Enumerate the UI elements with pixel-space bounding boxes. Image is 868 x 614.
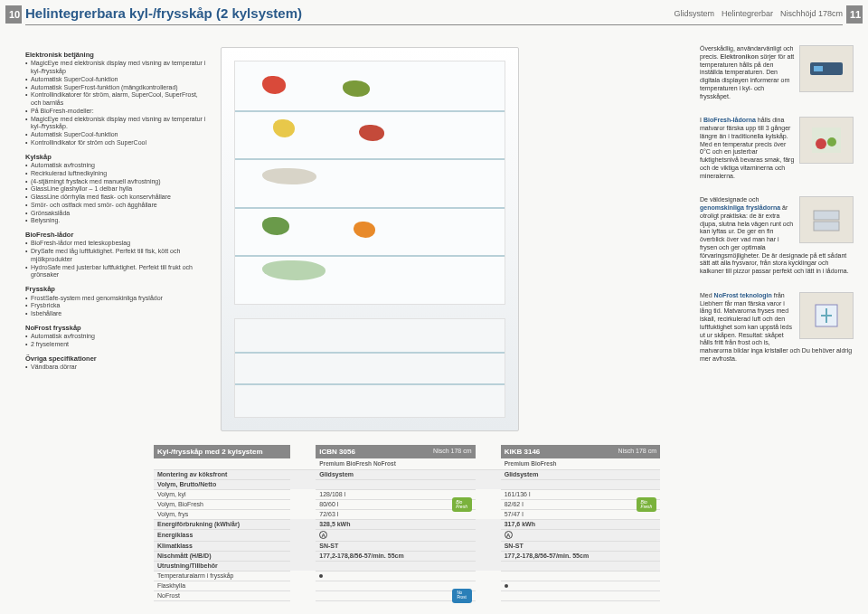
- info-column: Överskådlig, användarvänligt och precis.…: [700, 45, 854, 380]
- feature-list: Automatisk avfrostning2 fryselement: [25, 333, 206, 349]
- feature-item: 2 fryselement: [25, 341, 206, 349]
- page-number-right: 11: [846, 5, 863, 24]
- feature-item: Vändbara dörrar: [25, 364, 206, 372]
- tag: Glidsystem: [674, 9, 714, 18]
- feature-item: Frysbricka: [25, 302, 206, 310]
- freezer-compartment: [234, 318, 505, 418]
- nofrost-photo: [799, 292, 854, 339]
- spec-table: Kyl-/frysskåp med 2 kylsystem ICBN 3056N…: [154, 445, 660, 601]
- spec-value: Glidsystem: [316, 469, 475, 479]
- spec-value: [316, 479, 475, 489]
- table-row: Volym, frys72/63 l57/47 l: [154, 509, 660, 519]
- feature-item: GlassLine dörrhylla med flask- och konse…: [25, 194, 206, 202]
- spec-value: SN-ST: [316, 541, 475, 551]
- table-header-group: Kyl-/frysskåp med 2 kylsystem: [154, 445, 290, 458]
- spec-value: [501, 581, 660, 590]
- section-heading: NoFrost frysskåp: [25, 324, 206, 332]
- feature-item: Automatisk SuperCool-funktion: [25, 76, 206, 84]
- feature-item: Kontrollindikatorer för ström, alarm, Su…: [25, 91, 206, 108]
- nofrost-badge: NoFrost: [452, 589, 472, 603]
- spec-value: 177,2-178,8/56-57/min. 55cm: [316, 551, 475, 561]
- biofresh-photo: [799, 117, 854, 164]
- spec-value: [501, 479, 660, 489]
- table-row: Flaskhylla: [154, 581, 660, 590]
- feature-item: Automatisk SuperFrost-funktion (mängdkon…: [25, 84, 206, 92]
- svg-point-4: [827, 137, 836, 146]
- spec-value: A: [316, 529, 475, 541]
- feature-item: FrostSafe-system med genomskinliga frysl…: [25, 295, 206, 303]
- spec-label: Temperaturalarm i frysskåp: [154, 571, 290, 581]
- table-row: Utrustning/Tillbehör: [154, 561, 660, 571]
- table-header-product: ICBN 3056Nisch 178 cm: [316, 445, 475, 458]
- svg-rect-2: [812, 128, 841, 153]
- svg-rect-5: [814, 211, 839, 220]
- spec-value: [501, 571, 660, 581]
- features-column: Elektronisk betjäning MagicEye med elekt…: [25, 45, 206, 372]
- spec-label: Klimatklass: [154, 541, 290, 551]
- table-row: Energiförbrukning (kWh/år)328,5 kWh317,6…: [154, 519, 660, 529]
- spec-value: 57/47 l: [501, 509, 660, 519]
- feature-item: DrySafe med låg luftfuktighet. Perfekt t…: [25, 248, 206, 264]
- tag: Helintegrerbar: [722, 9, 773, 18]
- table-row: Volym, Brutto/Netto: [154, 479, 660, 489]
- spec-label: Energiklass: [154, 529, 290, 541]
- feature-list: MagicEye med elektronisk display med vis…: [25, 60, 206, 146]
- spec-value: [501, 590, 660, 600]
- spec-label: Utrustning/Tillbehör: [154, 561, 290, 571]
- feature-item: Isbehållare: [25, 310, 206, 318]
- spec-value: Glidsystem: [501, 469, 660, 479]
- product-photo: [221, 47, 519, 431]
- table-row: Volym, kyl128/108 l161/136 l: [154, 489, 660, 499]
- feature-item: (4-stjärningt frysfack med manuell avfro…: [25, 178, 206, 186]
- spec-label: Nischmått (H/B/D): [154, 551, 290, 561]
- feature-item: MagicEye med elektronisk display med vis…: [25, 116, 206, 132]
- spec-label: Volym, frys: [154, 509, 290, 519]
- table-row: EnergiklassAA: [154, 529, 660, 541]
- section-heading: Elektronisk betjäning: [25, 51, 206, 59]
- spec-label: Volym, BioFresh: [154, 499, 290, 509]
- feature-item: Recirkulerad luftnedkylning: [25, 170, 206, 178]
- section-heading: BioFresh-lådor: [25, 231, 206, 239]
- spec-value: [316, 571, 475, 581]
- spec-value: 72/63 l: [316, 509, 475, 519]
- display-photo: [799, 45, 854, 92]
- svg-point-3: [816, 138, 826, 149]
- product-subhead: Premium BioFresh: [501, 458, 660, 469]
- table-row: Nischmått (H/B/D)177,2-178,8/56-57/min. …: [154, 551, 660, 561]
- spec-label: Montering av köksfront: [154, 469, 290, 479]
- table-row: Temperaturalarm i frysskåp: [154, 571, 660, 581]
- section-heading: Övriga specifikationer: [25, 354, 206, 363]
- spec-label: Volym, kyl: [154, 489, 290, 499]
- svg-rect-6: [814, 222, 839, 231]
- feature-item: Kontrollindikator för ström och SuperCoo…: [25, 139, 206, 147]
- feature-item: MagicEye med elektronisk display med vis…: [25, 60, 206, 76]
- table-row: Montering av köksfrontGlidsystemGlidsyst…: [154, 469, 660, 479]
- feature-item: På BioFresh-modeller:: [25, 108, 206, 116]
- section-heading: Kylskåp: [25, 153, 206, 161]
- spec-label: NoFrost: [154, 590, 290, 600]
- spec-value: 80/60 lBioFresh: [316, 499, 475, 509]
- feature-item: HydroSafe med justerbar luftfuktighet. P…: [25, 264, 206, 280]
- page-header: Helintegrerbara kyl-/frysskåp (2 kylsyst…: [25, 5, 843, 25]
- fridge-compartment: [234, 61, 505, 305]
- spec-value: [501, 561, 660, 571]
- spec-value: A: [501, 529, 660, 541]
- spec-label: Flaskhylla: [154, 581, 290, 590]
- page-title: Helintegrerbara kyl-/frysskåp (2 kylsyst…: [25, 5, 302, 21]
- feature-item: Automatisk avfrostning: [25, 162, 206, 170]
- feature-list: Vändbara dörrar: [25, 364, 206, 372]
- feature-item: Belysning.: [25, 217, 206, 225]
- feature-item: Automatisk SuperCool-funktion: [25, 131, 206, 139]
- tag: Nischhöjd 178cm: [780, 9, 843, 18]
- spec-value: [316, 581, 475, 590]
- table-row: KlimatklassSN-STSN-ST: [154, 541, 660, 551]
- spec-label: Volym, Brutto/Netto: [154, 479, 290, 489]
- spec-value: 128/108 l: [316, 489, 475, 499]
- spec-label: Energiförbrukning (kWh/år): [154, 519, 290, 529]
- page-number-left: 10: [5, 5, 22, 24]
- feature-list: Automatisk avfrostningRecirkulerad luftn…: [25, 162, 206, 225]
- svg-rect-1: [814, 66, 823, 71]
- table-row: NoFrostNoFrost: [154, 590, 660, 600]
- table-header-product: KIKB 3146Nisch 178 cm: [501, 445, 660, 458]
- header-tags: Glidsystem Helintegrerbar Nischhöjd 178c…: [674, 9, 843, 18]
